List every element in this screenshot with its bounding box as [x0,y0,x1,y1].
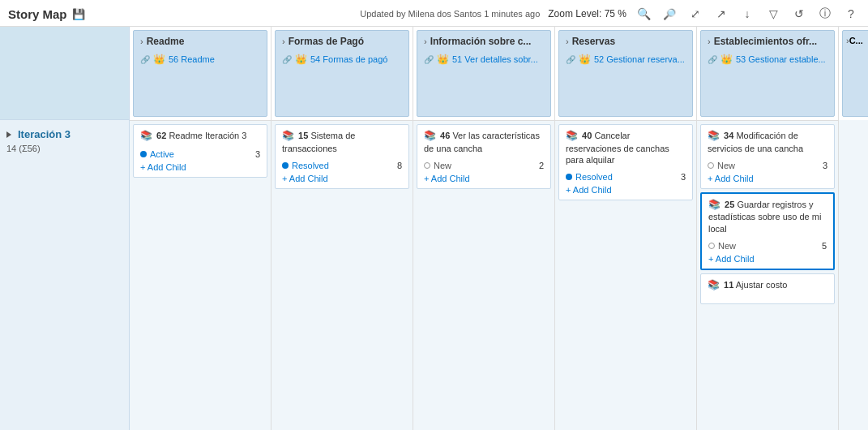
epic-link-reservas[interactable]: 52 Gestionar reserva... [594,54,685,64]
add-child-btn-40[interactable]: + Add Child [566,185,686,195]
story-card-40: 📚 40 Cancelar reservaciones de canchas p… [558,124,693,200]
status-dot-active-62 [140,151,147,157]
story-body-estab: 📚 34 Modificación de servicios de una ca… [697,120,838,430]
story-id-25: 25 [725,200,734,209]
expand-readme-icon[interactable]: › [140,37,143,46]
link-icon-formas: 🔗 [282,55,292,64]
book-icon-40: 📚 [566,130,578,141]
status-label-46: New [434,161,451,170]
status-count-25: 5 [822,241,827,251]
top-bar-right: Updated by Milena dos Santos 1 minutes a… [360,5,860,23]
story-card-34: 📚 34 Modificación de servicios de una ca… [700,124,835,189]
add-child-btn-62[interactable]: + Add Child [140,162,260,172]
epic-title-readme: Readme [147,36,260,47]
story-col-estab: 📚 34 Modificación de servicios de una ca… [697,120,839,430]
epic-col-estab: › Establecimientos ofr... 🔗 👑 53 Gestion… [697,27,839,120]
refresh-icon[interactable]: ↺ [790,5,808,23]
status-dot-resolved-15 [282,162,289,169]
zoom-in-icon[interactable]: 🔎 [661,5,678,23]
expand-reservas-icon[interactable]: › [566,37,569,46]
story-id-40: 40 [582,131,592,140]
link-icon-readme: 🔗 [140,55,150,64]
epic-card-info: › Información sobre c... 🔗 👑 51 Ver deta… [417,30,551,117]
link-icon-info: 🔗 [424,55,434,64]
epic-title-reservas: Reservas [572,36,686,47]
epic-col-reservas: › Reservas 🔗 👑 52 Gestionar reserva... [555,27,697,120]
story-col-info: 📚 46 Ver las características de una canc… [413,120,555,430]
fit-screen-icon[interactable]: ⤢ [686,5,704,23]
updated-text: Updated by Milena dos Santos 1 minutes a… [360,9,540,19]
story-card-11: 📚 11 Ajustar costo [700,273,835,304]
crown-icon-info: 👑 [437,54,449,65]
add-child-btn-15[interactable]: + Add Child [282,174,402,183]
status-dot-resolved-40 [566,174,572,180]
crown-icon-estab: 👑 [720,54,733,65]
info-icon[interactable]: ⓘ [816,5,834,23]
save-icon[interactable]: 💾 [72,8,85,20]
iteration-title[interactable]: Iteración 3 [6,128,122,140]
story-id-15: 15 [298,131,308,140]
zoom-out-icon[interactable]: 🔍 [635,5,652,23]
crown-icon-readme: 👑 [153,54,165,65]
status-count-46: 2 [539,161,544,170]
story-body-formas: 📚 15 Sistema de transacciones Resolved 8 [272,120,413,430]
expand-estab-icon[interactable]: › [708,37,711,46]
epic-link-estab[interactable]: 53 Gestionar estable... [736,54,826,64]
download-icon[interactable]: ↓ [738,5,756,23]
epic-card-estab: › Establecimientos ofr... 🔗 👑 53 Gestion… [700,30,835,117]
add-child-btn-46[interactable]: + Add Child [424,174,544,183]
epic-link-info[interactable]: 51 Ver detalles sobr... [452,54,538,64]
status-count-40: 3 [681,172,686,182]
story-id-46: 46 [440,131,450,140]
epic-col-info: › Información sobre c... 🔗 👑 51 Ver deta… [413,27,555,120]
epic-link-formas[interactable]: 54 Formas de pagó [310,54,387,64]
iteration-header-placeholder [0,27,129,120]
status-dot-new-34 [708,162,714,169]
story-col-reservas: 📚 40 Cancelar reservaciones de canchas p… [555,120,697,430]
filter-icon[interactable]: ▽ [764,5,782,23]
crown-icon-reservas: 👑 [579,54,591,65]
main-area: Iteración 3 14 (Σ56) › Readme 🔗 [0,27,868,430]
epic-title-info: Información sobre c... [430,36,544,47]
epic-card-partial: › C... [842,30,868,117]
book-icon-46: 📚 [424,130,436,141]
iteration-body: Iteración 3 14 (Σ56) [0,120,129,430]
help-icon[interactable]: ? [842,5,860,23]
status-dot-new-25 [708,243,715,249]
story-id-34: 34 [724,131,733,140]
status-label-40: Resolved [575,172,613,182]
epic-card-readme: › Readme 🔗 👑 56 Readme [133,30,267,117]
story-body-readme: 📚 62 Readme Iteración 3 Active 3 [130,120,271,430]
book-icon-34: 📚 [708,130,720,141]
status-dot-new-46 [424,162,430,169]
status-label-25: New [718,241,736,251]
link-icon-reservas: 🔗 [566,55,575,64]
crown-icon-formas: 👑 [295,54,307,65]
epic-col-readme: › Readme 🔗 👑 56 Readme [130,27,272,120]
epic-col-partial: › C... [839,27,868,120]
status-label-15: Resolved [292,161,329,170]
add-child-btn-25[interactable]: + Add Child [708,254,827,264]
status-count-62: 3 [255,149,260,159]
expand-formas-icon[interactable]: › [282,37,285,46]
book-icon-15: 📚 [282,130,294,141]
story-id-62: 62 [156,131,166,140]
epic-col-formas: › Formas de Pagó 🔗 👑 54 Formas de pagó [272,27,413,120]
expand-info-icon[interactable]: › [424,37,427,46]
iteration-count: 14 (Σ56) [6,144,122,153]
book-icon-11: 📚 [708,279,720,290]
story-col-readme: 📚 62 Readme Iteración 3 Active 3 [130,120,272,430]
iteration-expand-icon[interactable] [6,131,11,138]
top-bar: Story Map 💾 Updated by Milena dos Santos… [0,0,868,27]
story-card-15: 📚 15 Sistema de transacciones Resolved 8 [275,124,409,189]
zoom-label: Zoom Level: 75 % [548,8,626,19]
story-card-62: 📚 62 Readme Iteración 3 Active 3 [133,124,267,178]
book-icon-25: 📚 [708,199,720,210]
story-card-46: 📚 46 Ver las características de una canc… [417,124,551,189]
expand-icon[interactable]: ↗ [712,5,730,23]
story-card-25: 📚 25 Guardar registros y estadísticas so… [700,192,835,270]
link-icon-estab: 🔗 [708,55,717,64]
story-rows: 📚 62 Readme Iteración 3 Active 3 [130,120,868,430]
add-child-btn-34[interactable]: + Add Child [708,174,827,183]
epic-link-readme[interactable]: 56 Readme [169,54,215,64]
